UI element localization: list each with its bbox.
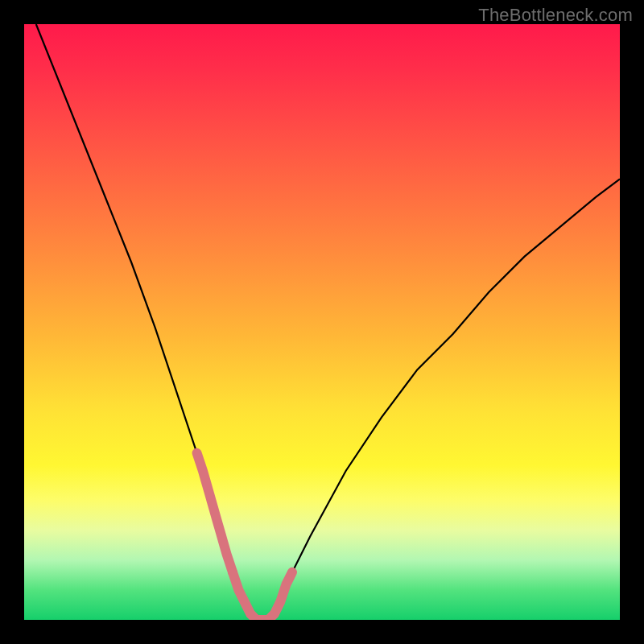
- highlight-right: [268, 572, 292, 620]
- bottleneck-curve-svg: [24, 24, 620, 620]
- watermark-text: TheBottleneck.com: [478, 5, 633, 26]
- chart-frame: TheBottleneck.com: [0, 0, 644, 644]
- highlight-left: [197, 453, 233, 572]
- plot-area: [24, 24, 620, 620]
- highlight-floor: [233, 572, 268, 620]
- bottleneck-curve: [36, 24, 620, 620]
